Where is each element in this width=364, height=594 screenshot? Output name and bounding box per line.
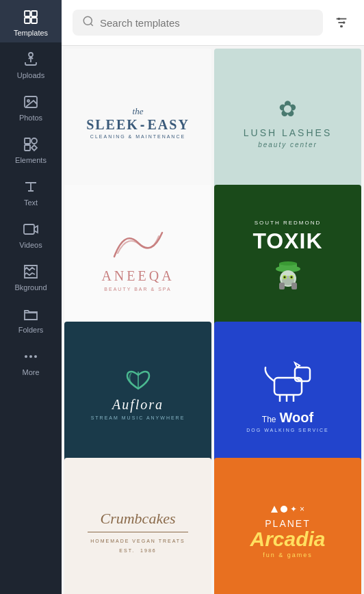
svg-rect-34 xyxy=(291,283,297,289)
svg-point-16 xyxy=(83,16,92,25)
auflora-leaf-icon xyxy=(118,370,159,393)
elements-icon xyxy=(22,135,40,153)
sidebar-label-templates: Templates xyxy=(14,29,48,37)
svg-rect-33 xyxy=(279,283,285,289)
svg-point-13 xyxy=(25,355,27,358)
svg-rect-7 xyxy=(25,138,30,144)
main-content: the SLEEK - EASY Cleaning & Maintenance … xyxy=(62,0,364,594)
sidebar-item-text[interactable]: Text xyxy=(0,170,62,212)
woof-sub: Dog Walking Service xyxy=(246,428,328,432)
crumbcakes-name: Crumbcakes xyxy=(101,510,176,528)
sidebar-label-photos: Photos xyxy=(19,114,42,122)
svg-point-6 xyxy=(27,100,29,102)
svg-line-17 xyxy=(90,23,92,25)
crumbcakes-est: Est. xyxy=(119,548,135,553)
toxik-name: TOXIK xyxy=(252,229,322,254)
background-icon xyxy=(22,263,40,281)
card-content-toxik: South Redmond TOXIK xyxy=(214,185,361,332)
sidebar-item-folders[interactable]: Folders xyxy=(0,297,62,339)
search-input[interactable] xyxy=(100,17,313,29)
planet-arcadia-name: Arcadia xyxy=(250,529,325,550)
search-bar xyxy=(62,0,364,46)
toxik-top: South Redmond xyxy=(255,220,322,226)
aneeqa-name: ANEEQA xyxy=(101,268,174,284)
card-content-aneeqa: ANEEQA Beauty Bar & Spa xyxy=(64,185,211,332)
sidebar-label-background: Bkground xyxy=(14,283,47,292)
svg-point-32 xyxy=(290,276,292,279)
sidebar-item-photos[interactable]: Photos xyxy=(0,85,62,127)
sidebar-label-videos: Videos xyxy=(19,241,42,249)
template-card-woof[interactable]: The Woof Dog Walking Service xyxy=(214,322,361,469)
woof-the: The xyxy=(262,415,276,424)
sidebar-label-uploads: Uploads xyxy=(17,71,44,79)
sidebar-label-more: More xyxy=(22,368,39,376)
sidebar-label-elements: Elements xyxy=(15,156,47,164)
card-content-crumbcakes: Crumbcakes Homemade Vegan Treats Est. 19… xyxy=(64,458,211,594)
aneeqa-wave-icon xyxy=(111,226,166,263)
template-card-crumbcakes[interactable]: Crumbcakes Homemade Vegan Treats Est. 19… xyxy=(64,458,211,594)
auflora-name: Auflora xyxy=(112,397,164,413)
sleek-easy-the: the xyxy=(133,106,144,117)
sidebar-label-folders: Folders xyxy=(18,326,44,334)
svg-rect-3 xyxy=(31,18,37,23)
search-icon xyxy=(82,15,94,30)
sidebar-item-videos[interactable]: Videos xyxy=(0,212,62,255)
text-icon xyxy=(22,178,40,196)
sleek-easy-name: SLEEK xyxy=(86,117,139,133)
template-card-auflora[interactable]: Auflora Stream Music Anywhere xyxy=(64,322,211,469)
planet-arcadia-sub: fun & games xyxy=(263,552,313,558)
lush-flower-icon: ✿ xyxy=(278,96,297,122)
svg-point-8 xyxy=(31,138,37,144)
planet-triangle-icon xyxy=(271,506,278,513)
filter-button[interactable] xyxy=(330,11,353,34)
svg-point-15 xyxy=(34,355,37,358)
woof-dog-icon xyxy=(257,357,319,404)
card-content-sleek-easy: the SLEEK - EASY Cleaning & Maintenance xyxy=(64,49,211,196)
crumb-divider xyxy=(88,532,187,532)
crumbcakes-year: 1986 xyxy=(140,548,157,553)
svg-marker-10 xyxy=(31,145,37,151)
aneeqa-sub: Beauty Bar & Spa xyxy=(104,287,171,292)
svg-point-21 xyxy=(338,18,341,21)
card-content-lush-lashes: ✿ LUSH LASHES beauty center xyxy=(214,49,361,196)
card-content-auflora: Auflora Stream Music Anywhere xyxy=(64,322,211,469)
planet-x-icon: × xyxy=(300,504,304,514)
template-card-sleek-easy[interactable]: the SLEEK - EASY Cleaning & Maintenance xyxy=(64,49,211,196)
planet-circle-icon xyxy=(281,506,287,513)
svg-point-31 xyxy=(283,276,285,279)
more-icon xyxy=(22,348,40,365)
toxik-mascot-icon xyxy=(264,257,312,297)
templates-icon xyxy=(22,8,40,26)
photos-icon xyxy=(22,93,40,111)
card-content-planet-arcadia: ✦ × Planet Arcadia fun & games xyxy=(214,458,361,594)
svg-rect-2 xyxy=(25,18,30,23)
template-card-lush-lashes[interactable]: ✿ LUSH LASHES beauty center xyxy=(214,49,361,196)
sleek-easy-sub: Cleaning & Maintenance xyxy=(90,134,185,139)
lush-lashes-sub: beauty center xyxy=(258,141,317,148)
svg-rect-1 xyxy=(31,11,37,16)
sidebar-item-templates[interactable]: Templates xyxy=(0,0,62,42)
svg-point-4 xyxy=(29,53,33,57)
uploads-icon xyxy=(22,51,40,68)
sidebar-item-more[interactable]: More xyxy=(0,339,62,382)
sidebar-item-uploads[interactable]: Uploads xyxy=(0,42,62,85)
woof-name: Woof xyxy=(280,410,314,426)
template-card-planet-arcadia[interactable]: ✦ × Planet Arcadia fun & games xyxy=(214,458,361,594)
card-content-woof: The Woof Dog Walking Service xyxy=(214,322,361,469)
sidebar: Templates Uploads Photos xyxy=(0,0,62,594)
search-wrapper[interactable] xyxy=(73,10,323,36)
videos-icon xyxy=(22,220,40,238)
sidebar-item-background[interactable]: Bkground xyxy=(0,255,62,297)
sidebar-item-elements[interactable]: Elements xyxy=(0,127,62,170)
svg-point-26 xyxy=(279,261,297,266)
svg-point-23 xyxy=(340,25,343,28)
svg-rect-0 xyxy=(25,11,30,16)
template-grid: the SLEEK - EASY Cleaning & Maintenance … xyxy=(62,46,364,594)
template-card-aneeqa[interactable]: ANEEQA Beauty Bar & Spa xyxy=(64,185,211,332)
lush-lashes-name: LUSH LASHES xyxy=(244,127,332,138)
svg-rect-11 xyxy=(24,224,34,234)
planet-icons: ✦ × xyxy=(271,504,304,514)
template-card-toxik[interactable]: South Redmond TOXIK xyxy=(214,185,361,332)
svg-point-22 xyxy=(343,21,346,24)
crumbcakes-sub1: Homemade Vegan Treats xyxy=(90,539,185,543)
